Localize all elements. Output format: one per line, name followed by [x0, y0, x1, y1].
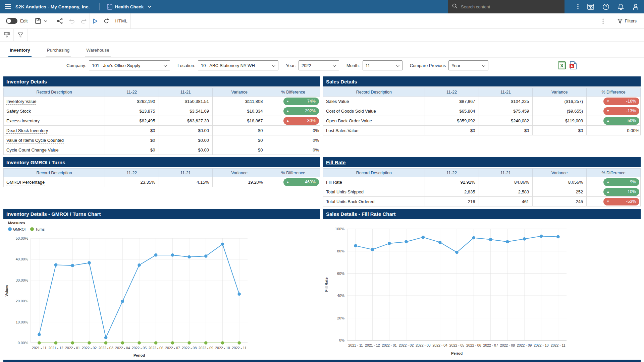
- tab-warehouse[interactable]: Warehouse: [85, 44, 111, 57]
- gmroi-point[interactable]: [187, 255, 191, 259]
- gmroi-point[interactable]: [154, 253, 158, 257]
- fill-rate-point[interactable]: [422, 236, 425, 239]
- percent-difference-badge: ▲292%: [283, 107, 319, 115]
- fill-rate-point[interactable]: [354, 244, 357, 247]
- legend-dot: [8, 227, 12, 231]
- gmroi-point[interactable]: [38, 333, 41, 336]
- panel-title-bar: Inventory Details: [3, 76, 320, 86]
- save-icon[interactable]: [32, 13, 44, 28]
- gmroi-point[interactable]: [121, 300, 124, 303]
- chevron-down-icon[interactable]: [148, 5, 152, 8]
- record-description[interactable]: Value of Items Cycle Counted: [6, 138, 64, 143]
- edit-toggle[interactable]: [6, 18, 17, 24]
- turns-point[interactable]: [221, 341, 224, 345]
- refresh-icon[interactable]: [101, 13, 112, 28]
- turns-point[interactable]: [88, 341, 91, 345]
- fill-rate-point[interactable]: [371, 248, 374, 251]
- compare-previous-select[interactable]: Year: [448, 60, 488, 70]
- gmroi-point[interactable]: [54, 263, 58, 266]
- redo-icon[interactable]: [78, 13, 90, 28]
- table-export-icon[interactable]: [0, 29, 14, 41]
- value-cell: $10,334: [213, 106, 266, 116]
- turns-point[interactable]: [54, 341, 58, 345]
- turns-point[interactable]: [38, 341, 41, 345]
- menu-icon[interactable]: [0, 0, 15, 13]
- turns-point[interactable]: [138, 341, 141, 345]
- filter-funnel-icon[interactable]: [14, 29, 28, 41]
- gmroi-point[interactable]: [104, 336, 108, 340]
- year-label: Year:: [286, 63, 296, 68]
- value-cell: $63,627.39: [159, 116, 212, 126]
- panel-fill-rate: Fill Rate Record Description11-2211-21Va…: [323, 157, 641, 206]
- x-tick-label: 2022 - 02: [399, 343, 414, 347]
- fill-rate-point[interactable]: [405, 240, 408, 243]
- help-icon[interactable]: ?: [603, 4, 609, 10]
- month-select[interactable]: 11: [363, 60, 402, 70]
- legend-item-gmroi[interactable]: GMROI: [8, 227, 25, 231]
- fill-rate-point[interactable]: [556, 235, 560, 239]
- gmroi-point[interactable]: [204, 254, 208, 258]
- gmroi-point[interactable]: [171, 253, 174, 257]
- record-description[interactable]: Inventory Value: [6, 99, 36, 105]
- x-axis-label: Period: [133, 353, 145, 357]
- gmroi-point[interactable]: [237, 292, 241, 296]
- gmroi-point[interactable]: [88, 261, 91, 264]
- y-tick-label: 0%: [339, 338, 344, 342]
- value-cell: $0: [479, 126, 533, 135]
- value-cell: $262,190: [105, 97, 159, 106]
- table-row: Total Units Shipped2,8352,583252▲10%: [323, 187, 641, 197]
- user-profile-icon[interactable]: [633, 4, 639, 10]
- fill-rate-link[interactable]: Fill Rate: [326, 160, 345, 165]
- gmroi-point[interactable]: [71, 264, 74, 267]
- legend-item-turns[interactable]: Turns: [30, 227, 45, 231]
- excel-export-icon[interactable]: X: [558, 61, 566, 69]
- turns-point[interactable]: [237, 341, 241, 345]
- fill-rate-point[interactable]: [540, 235, 543, 238]
- save-chevron-icon[interactable]: [44, 13, 50, 28]
- location-select[interactable]: 10 - ABC Stationery NY WH: [198, 60, 278, 70]
- more-options-icon[interactable]: [577, 4, 579, 9]
- filters-button[interactable]: Filters: [610, 13, 644, 28]
- turns-point[interactable]: [171, 341, 174, 345]
- share-icon[interactable]: [54, 13, 66, 28]
- notifications-icon[interactable]: [618, 4, 624, 10]
- fill-rate-point[interactable]: [489, 238, 492, 241]
- dashboard-tabs: Inventory Purchasing Warehouse: [0, 42, 644, 58]
- report-title[interactable]: Health Check: [115, 4, 144, 9]
- record-description[interactable]: GMROI Percentage: [6, 180, 45, 185]
- turns-point[interactable]: [154, 341, 158, 345]
- fill-rate-point[interactable]: [455, 251, 459, 254]
- tab-inventory[interactable]: Inventory: [8, 44, 32, 57]
- panel-title-bar: Sales Details: [323, 76, 641, 86]
- pdf-export-icon[interactable]: A: [569, 61, 577, 69]
- turns-point[interactable]: [204, 341, 208, 345]
- gmroi-point[interactable]: [138, 263, 141, 267]
- record-description[interactable]: Excess Inventory: [6, 118, 40, 124]
- record-description[interactable]: Dead Stock Inventory: [6, 128, 48, 134]
- record-description[interactable]: Cycle Count Change Value: [6, 147, 59, 153]
- html-button[interactable]: HTML: [112, 13, 130, 28]
- record-description[interactable]: Safety Stock: [6, 109, 31, 114]
- fill-rate-point[interactable]: [438, 241, 442, 244]
- turns-point[interactable]: [104, 341, 108, 345]
- fill-rate-point[interactable]: [506, 240, 509, 243]
- turns-point[interactable]: [71, 341, 74, 345]
- tab-purchasing[interactable]: Purchasing: [46, 44, 71, 57]
- play-icon[interactable]: [90, 13, 101, 28]
- fill-rate-point[interactable]: [523, 237, 526, 241]
- year-select[interactable]: 2022: [299, 60, 339, 70]
- turns-point[interactable]: [121, 341, 124, 345]
- eye-preview-icon[interactable]: [587, 4, 594, 10]
- search-bar[interactable]: [448, 0, 565, 13]
- fill-rate-point[interactable]: [472, 236, 476, 240]
- undo-icon[interactable]: [66, 13, 78, 28]
- turns-point[interactable]: [187, 341, 191, 345]
- gmroi-point[interactable]: [221, 243, 224, 246]
- column-header: 11-22: [105, 169, 159, 177]
- more-options-icon[interactable]: [596, 13, 610, 28]
- sales-details-link[interactable]: Sales Details: [326, 79, 357, 84]
- fill-rate-point[interactable]: [388, 242, 391, 245]
- company-select[interactable]: 101 - Joe's Office Supply: [89, 60, 170, 70]
- inventory-details-link[interactable]: Inventory Details: [6, 79, 47, 84]
- search-input[interactable]: [461, 4, 548, 9]
